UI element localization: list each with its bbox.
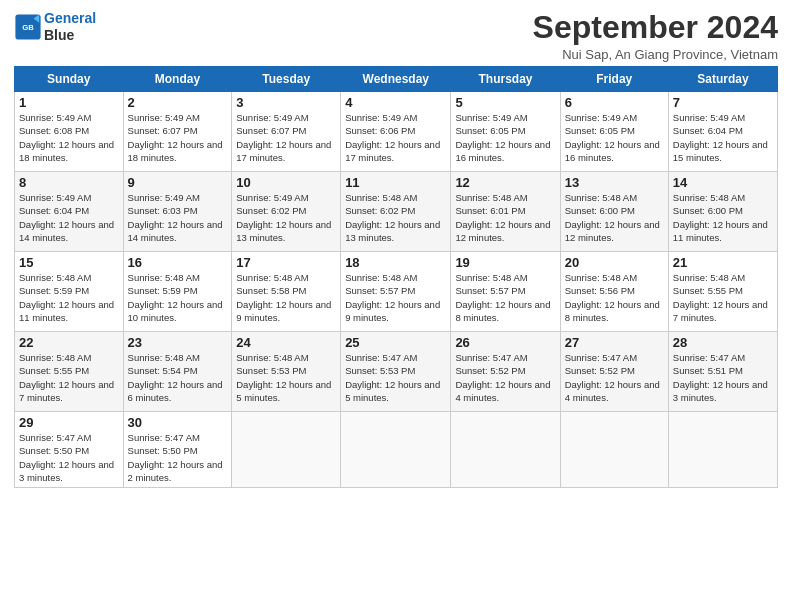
calendar-cell: 28 Sunrise: 5:47 AM Sunset: 5:51 PM Dayl… (668, 332, 777, 412)
day-info: Sunrise: 5:49 AM Sunset: 6:07 PM Dayligh… (128, 112, 223, 163)
day-number: 21 (673, 255, 773, 270)
day-number: 26 (455, 335, 555, 350)
calendar-cell: 4 Sunrise: 5:49 AM Sunset: 6:06 PM Dayli… (341, 92, 451, 172)
day-info: Sunrise: 5:47 AM Sunset: 5:53 PM Dayligh… (345, 352, 440, 403)
location: Nui Sap, An Giang Province, Vietnam (533, 47, 778, 62)
header-row: GB General Blue September 2024 Nui Sap, … (14, 10, 778, 62)
calendar-cell: 14 Sunrise: 5:48 AM Sunset: 6:00 PM Dayl… (668, 172, 777, 252)
calendar-cell: 3 Sunrise: 5:49 AM Sunset: 6:07 PM Dayli… (232, 92, 341, 172)
day-info: Sunrise: 5:49 AM Sunset: 6:05 PM Dayligh… (565, 112, 660, 163)
day-number: 7 (673, 95, 773, 110)
day-number: 29 (19, 415, 119, 430)
calendar-cell (451, 412, 560, 488)
calendar-cell: 7 Sunrise: 5:49 AM Sunset: 6:04 PM Dayli… (668, 92, 777, 172)
calendar-cell: 1 Sunrise: 5:49 AM Sunset: 6:08 PM Dayli… (15, 92, 124, 172)
calendar-cell: 18 Sunrise: 5:48 AM Sunset: 5:57 PM Dayl… (341, 252, 451, 332)
calendar-table: Sunday Monday Tuesday Wednesday Thursday… (14, 66, 778, 488)
calendar-cell: 26 Sunrise: 5:47 AM Sunset: 5:52 PM Dayl… (451, 332, 560, 412)
calendar-cell: 20 Sunrise: 5:48 AM Sunset: 5:56 PM Dayl… (560, 252, 668, 332)
logo-general: General (44, 10, 96, 26)
day-info: Sunrise: 5:48 AM Sunset: 5:54 PM Dayligh… (128, 352, 223, 403)
day-number: 14 (673, 175, 773, 190)
day-number: 16 (128, 255, 228, 270)
logo-icon: GB (14, 13, 42, 41)
calendar-cell: 22 Sunrise: 5:48 AM Sunset: 5:55 PM Dayl… (15, 332, 124, 412)
day-info: Sunrise: 5:49 AM Sunset: 6:06 PM Dayligh… (345, 112, 440, 163)
day-info: Sunrise: 5:47 AM Sunset: 5:50 PM Dayligh… (128, 432, 223, 483)
day-number: 17 (236, 255, 336, 270)
day-info: Sunrise: 5:49 AM Sunset: 6:03 PM Dayligh… (128, 192, 223, 243)
logo-blue: Blue (44, 27, 96, 44)
header-sunday: Sunday (15, 67, 124, 92)
day-info: Sunrise: 5:49 AM Sunset: 6:05 PM Dayligh… (455, 112, 550, 163)
day-number: 11 (345, 175, 446, 190)
calendar-cell: 19 Sunrise: 5:48 AM Sunset: 5:57 PM Dayl… (451, 252, 560, 332)
month-title: September 2024 (533, 10, 778, 45)
calendar-cell: 9 Sunrise: 5:49 AM Sunset: 6:03 PM Dayli… (123, 172, 232, 252)
calendar-cell: 11 Sunrise: 5:48 AM Sunset: 6:02 PM Dayl… (341, 172, 451, 252)
day-info: Sunrise: 5:48 AM Sunset: 6:00 PM Dayligh… (565, 192, 660, 243)
day-number: 30 (128, 415, 228, 430)
calendar-cell (560, 412, 668, 488)
day-number: 13 (565, 175, 664, 190)
calendar-cell: 13 Sunrise: 5:48 AM Sunset: 6:00 PM Dayl… (560, 172, 668, 252)
day-info: Sunrise: 5:47 AM Sunset: 5:52 PM Dayligh… (455, 352, 550, 403)
day-number: 18 (345, 255, 446, 270)
day-number: 27 (565, 335, 664, 350)
logo-text: General Blue (44, 10, 96, 44)
day-info: Sunrise: 5:48 AM Sunset: 5:56 PM Dayligh… (565, 272, 660, 323)
calendar-cell: 25 Sunrise: 5:47 AM Sunset: 5:53 PM Dayl… (341, 332, 451, 412)
calendar-cell: 8 Sunrise: 5:49 AM Sunset: 6:04 PM Dayli… (15, 172, 124, 252)
day-info: Sunrise: 5:47 AM Sunset: 5:50 PM Dayligh… (19, 432, 114, 483)
day-info: Sunrise: 5:47 AM Sunset: 5:52 PM Dayligh… (565, 352, 660, 403)
day-info: Sunrise: 5:49 AM Sunset: 6:04 PM Dayligh… (19, 192, 114, 243)
header-monday: Monday (123, 67, 232, 92)
day-number: 10 (236, 175, 336, 190)
calendar-cell: 29 Sunrise: 5:47 AM Sunset: 5:50 PM Dayl… (15, 412, 124, 488)
day-number: 8 (19, 175, 119, 190)
day-info: Sunrise: 5:49 AM Sunset: 6:04 PM Dayligh… (673, 112, 768, 163)
calendar-cell (668, 412, 777, 488)
day-info: Sunrise: 5:48 AM Sunset: 6:00 PM Dayligh… (673, 192, 768, 243)
day-info: Sunrise: 5:48 AM Sunset: 6:02 PM Dayligh… (345, 192, 440, 243)
day-info: Sunrise: 5:49 AM Sunset: 6:02 PM Dayligh… (236, 192, 331, 243)
day-number: 6 (565, 95, 664, 110)
calendar-cell: 24 Sunrise: 5:48 AM Sunset: 5:53 PM Dayl… (232, 332, 341, 412)
calendar-cell: 5 Sunrise: 5:49 AM Sunset: 6:05 PM Dayli… (451, 92, 560, 172)
day-info: Sunrise: 5:48 AM Sunset: 5:55 PM Dayligh… (19, 352, 114, 403)
day-number: 5 (455, 95, 555, 110)
day-number: 22 (19, 335, 119, 350)
header-wednesday: Wednesday (341, 67, 451, 92)
day-number: 12 (455, 175, 555, 190)
calendar-cell: 12 Sunrise: 5:48 AM Sunset: 6:01 PM Dayl… (451, 172, 560, 252)
day-info: Sunrise: 5:48 AM Sunset: 5:53 PM Dayligh… (236, 352, 331, 403)
day-number: 25 (345, 335, 446, 350)
day-number: 2 (128, 95, 228, 110)
header-friday: Friday (560, 67, 668, 92)
day-info: Sunrise: 5:48 AM Sunset: 5:59 PM Dayligh… (128, 272, 223, 323)
weekday-header-row: Sunday Monday Tuesday Wednesday Thursday… (15, 67, 778, 92)
day-number: 9 (128, 175, 228, 190)
day-number: 1 (19, 95, 119, 110)
day-number: 24 (236, 335, 336, 350)
day-number: 20 (565, 255, 664, 270)
day-info: Sunrise: 5:48 AM Sunset: 6:01 PM Dayligh… (455, 192, 550, 243)
calendar-cell: 23 Sunrise: 5:48 AM Sunset: 5:54 PM Dayl… (123, 332, 232, 412)
header-tuesday: Tuesday (232, 67, 341, 92)
day-info: Sunrise: 5:48 AM Sunset: 5:57 PM Dayligh… (345, 272, 440, 323)
day-info: Sunrise: 5:49 AM Sunset: 6:07 PM Dayligh… (236, 112, 331, 163)
day-info: Sunrise: 5:49 AM Sunset: 6:08 PM Dayligh… (19, 112, 114, 163)
calendar-cell (232, 412, 341, 488)
header-saturday: Saturday (668, 67, 777, 92)
calendar-cell: 15 Sunrise: 5:48 AM Sunset: 5:59 PM Dayl… (15, 252, 124, 332)
calendar-cell: 16 Sunrise: 5:48 AM Sunset: 5:59 PM Dayl… (123, 252, 232, 332)
day-info: Sunrise: 5:48 AM Sunset: 5:57 PM Dayligh… (455, 272, 550, 323)
svg-text:GB: GB (22, 23, 34, 32)
calendar-cell (341, 412, 451, 488)
day-number: 19 (455, 255, 555, 270)
day-info: Sunrise: 5:48 AM Sunset: 5:59 PM Dayligh… (19, 272, 114, 323)
day-number: 28 (673, 335, 773, 350)
day-info: Sunrise: 5:47 AM Sunset: 5:51 PM Dayligh… (673, 352, 768, 403)
calendar-cell: 6 Sunrise: 5:49 AM Sunset: 6:05 PM Dayli… (560, 92, 668, 172)
calendar-cell: 10 Sunrise: 5:49 AM Sunset: 6:02 PM Dayl… (232, 172, 341, 252)
